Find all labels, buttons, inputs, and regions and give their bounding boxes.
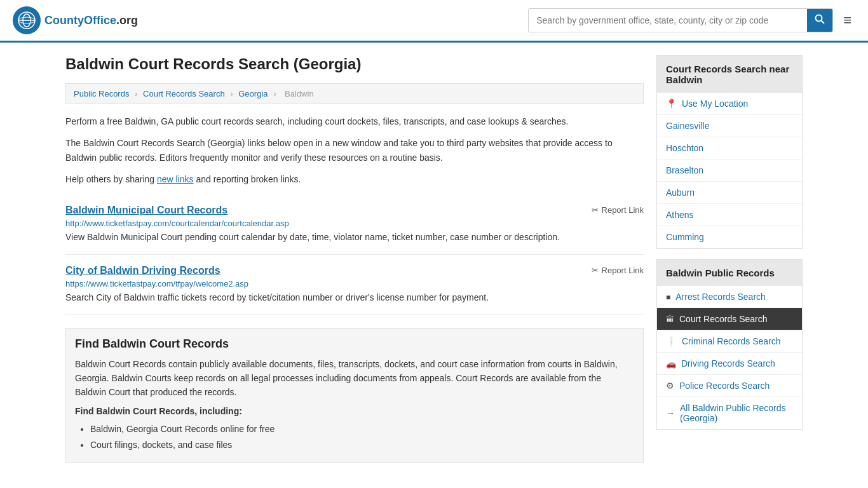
sidebar-city-braselton[interactable]: Braselton [657,159,802,182]
arrest-label: Arrest Records Search [675,292,766,302]
menu-icon[interactable]: ≡ [839,8,855,32]
find-subtitle: Find Baldwin Court Records, including: [75,406,634,416]
record-desc-1: View Baldwin Municipal Court pending cou… [65,231,644,244]
sidebar-police-records[interactable]: ⚙ Police Records Search [657,375,802,397]
sidebar-nearby-list: 📍 Use My Location Gainesville Hoschton [657,93,802,248]
search-input[interactable] [529,10,807,30]
city-label: Hoschton [666,143,703,153]
logo-name: CountyOffice [44,14,116,27]
svg-point-4 [816,15,822,22]
find-desc: Baldwin Court Records contain publicly a… [75,357,634,400]
record-title-2[interactable]: City of Baldwin Driving Records [65,265,220,276]
sidebar-public-records-list: Arrest Records Search 🏛 Court Records Se… [657,286,802,430]
breadcrumb-baldwin: Baldwin [285,89,314,98]
use-my-location-label: Use My Location [682,98,748,109]
police-label: Police Records Search [679,381,770,391]
record-item-2: City of Baldwin Driving Records ✂ Report… [65,255,644,315]
svg-line-5 [822,21,825,24]
criminal-icon: ❕ [666,336,677,346]
record-item: Baldwin Municipal Court Records ✂ Report… [65,194,644,255]
record-header-2: City of Baldwin Driving Records ✂ Report… [65,265,644,276]
sidebar-nearby-title: Court Records Search near Baldwin [657,56,802,93]
sidebar-driving-records[interactable]: 🚗 Driving Records Search [657,353,802,375]
scissors-icon-2: ✂ [592,266,599,275]
record-url-1[interactable]: http://www.ticketfastpay.com/courtcalend… [65,219,644,228]
sidebar-all-records[interactable]: → All Baldwin Public Records (Georgia) [657,397,802,430]
record-title-1[interactable]: Baldwin Municipal Court Records [65,205,227,216]
breadcrumb-georgia[interactable]: Georgia [238,89,268,98]
police-icon: ⚙ [666,381,674,391]
logo-text: CountyOffice.org [44,14,138,27]
court-label: Court Records Search [679,314,768,324]
list-item: Baldwin, Georgia Court Records online fo… [90,421,634,437]
criminal-label: Criminal Records Search [682,336,781,346]
sidebar-use-location[interactable]: 📍 Use My Location [657,93,802,115]
sidebar: Court Records Search near Baldwin 📍 Use … [656,55,803,463]
header: CountyOffice.org ≡ [0,0,868,43]
city-label: Cumming [666,232,704,242]
description-3: Help others by sharing new links and rep… [65,172,644,186]
search-bar [528,8,833,32]
main-content: Baldwin Court Records Search (Georgia) P… [65,55,644,463]
arrow-icon: → [666,408,675,418]
breadcrumb: Public Records › Court Records Search › … [65,83,644,104]
sidebar-city-gainesville[interactable]: Gainesville [657,115,802,137]
report-link-1[interactable]: ✂ Report Link [592,205,644,215]
page-title: Baldwin Court Records Search (Georgia) [65,55,644,73]
sidebar-nearby-box: Court Records Search near Baldwin 📍 Use … [656,55,803,249]
sidebar-city-auburn[interactable]: Auburn [657,182,802,204]
sidebar-city-hoschton[interactable]: Hoschton [657,137,802,159]
sidebar-city-athens[interactable]: Athens [657,204,802,226]
sidebar-city-cumming[interactable]: Cumming [657,226,802,248]
report-link-2[interactable]: ✂ Report Link [592,266,644,275]
new-links[interactable]: new links [157,174,194,184]
city-label: Auburn [666,187,695,198]
search-button[interactable] [807,9,832,32]
driving-label: Driving Records Search [681,358,775,369]
sidebar-court-records[interactable]: 🏛 Court Records Search [657,308,802,330]
sidebar-public-records-title: Baldwin Public Records [657,260,802,286]
logo-area: CountyOffice.org [13,6,138,34]
arrest-icon [666,292,670,302]
court-icon: 🏛 [666,315,674,324]
find-list: Baldwin, Georgia Court Records online fo… [75,421,634,453]
driving-icon: 🚗 [666,359,676,369]
logo-icon [13,6,41,34]
record-url-2[interactable]: https://www.ticketfastpay.com/tfpay/welc… [65,279,644,288]
page-container: Baldwin Court Records Search (Georgia) P… [53,43,815,475]
description-1: Perform a free Baldwin, GA public court … [65,114,644,128]
city-label: Athens [666,210,694,220]
record-header: Baldwin Municipal Court Records ✂ Report… [65,205,644,216]
sidebar-arrest-records[interactable]: Arrest Records Search [657,286,802,308]
all-records-label: All Baldwin Public Records (Georgia) [680,403,793,423]
description-2: The Baldwin Court Records Search (Georgi… [65,136,644,165]
find-section: Find Baldwin Court Records Baldwin Court… [65,328,644,463]
sidebar-public-records-box: Baldwin Public Records Arrest Records Se… [656,259,803,430]
scissors-icon: ✂ [592,205,599,215]
list-item: Court filings, dockets, and case files [90,437,634,453]
location-pin-icon: 📍 [666,98,677,109]
breadcrumb-public-records[interactable]: Public Records [74,89,129,98]
sidebar-criminal-records[interactable]: ❕ Criminal Records Search [657,330,802,353]
logo-ext: .org [116,14,138,27]
record-desc-2: Search City of Baldwin traffic tickets r… [65,291,644,304]
breadcrumb-court-records[interactable]: Court Records Search [143,89,225,98]
city-label: Gainesville [666,121,709,131]
find-title: Find Baldwin Court Records [75,337,634,351]
city-label: Braselton [666,165,703,175]
header-right: ≡ [528,8,855,32]
